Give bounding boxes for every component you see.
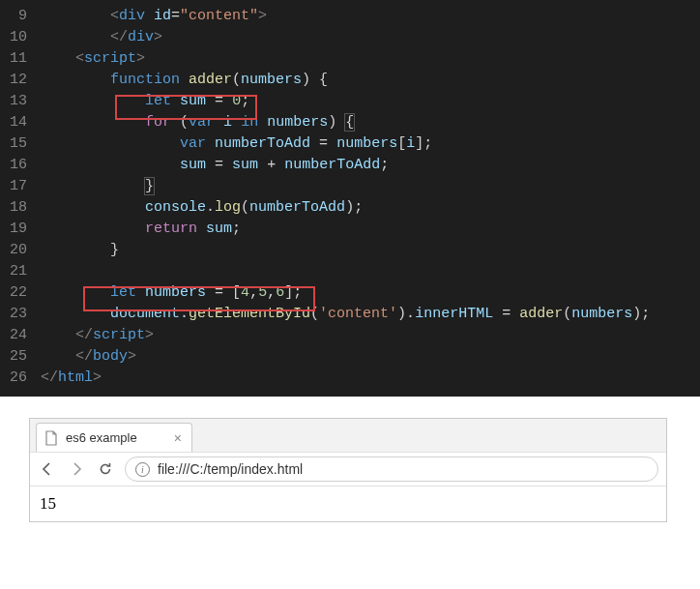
line-number: 14 [0, 112, 41, 133]
code-line[interactable]: 15 var numberToAdd = numbers[i]; [0, 133, 700, 155]
code-content[interactable]: </body> [41, 346, 700, 368]
code-content[interactable]: </script> [41, 325, 700, 346]
line-number: 18 [0, 197, 41, 219]
browser-tabstrip: es6 example × [30, 419, 666, 452]
line-number: 12 [0, 70, 41, 91]
line-number: 17 [0, 176, 41, 197]
line-number: 19 [0, 219, 41, 240]
code-content[interactable]: var numberToAdd = numbers[i]; [41, 133, 700, 155]
line-number: 20 [0, 240, 41, 261]
forward-button[interactable] [67, 459, 86, 479]
tab-title: es6 example [66, 430, 137, 445]
line-number: 9 [0, 6, 41, 27]
code-content[interactable]: return sum; [41, 219, 700, 240]
line-number: 10 [0, 27, 41, 48]
code-line[interactable]: 20 } [0, 240, 700, 261]
code-content[interactable]: </div> [41, 27, 700, 48]
back-button[interactable] [38, 459, 57, 479]
browser-tab[interactable]: es6 example × [36, 423, 192, 452]
code-line[interactable]: 22 let numbers = [4,5,6]; [0, 282, 700, 304]
code-content[interactable]: let numbers = [4,5,6]; [41, 282, 700, 304]
code-line[interactable]: 13 let sum = 0; [0, 91, 700, 112]
page-viewport: 15 [30, 486, 666, 521]
code-line[interactable]: 11 <script> [0, 48, 700, 70]
code-content[interactable]: sum = sum + numberToAdd; [41, 155, 700, 176]
code-content[interactable]: </html> [41, 368, 700, 389]
line-number: 21 [0, 261, 41, 282]
reload-button[interactable] [96, 459, 115, 479]
code-content[interactable]: let sum = 0; [41, 91, 700, 112]
code-content[interactable]: } [41, 176, 700, 197]
code-line[interactable]: 26</html> [0, 368, 700, 389]
url-text: file:///C:/temp/index.html [158, 461, 303, 477]
close-icon[interactable]: × [174, 430, 182, 446]
line-number: 15 [0, 133, 41, 155]
code-line[interactable]: 10 </div> [0, 27, 700, 48]
code-content[interactable] [41, 261, 700, 282]
page-icon [44, 430, 58, 446]
code-line[interactable]: 21 [0, 261, 700, 282]
line-number: 23 [0, 304, 41, 325]
code-content[interactable]: } [41, 240, 700, 261]
site-info-icon[interactable]: i [135, 462, 150, 477]
line-number: 22 [0, 282, 41, 304]
code-line[interactable]: 24 </script> [0, 325, 700, 346]
line-number: 24 [0, 325, 41, 346]
code-line[interactable]: 12 function adder(numbers) { [0, 70, 700, 91]
code-line[interactable]: 25 </body> [0, 346, 700, 368]
browser-window: es6 example × i file:///C:/temp/index.ht… [29, 418, 667, 522]
code-line[interactable]: 23 document.getElementById('content').in… [0, 304, 700, 325]
code-line[interactable]: 19 return sum; [0, 219, 700, 240]
code-content[interactable]: <div id="content"> [41, 6, 700, 27]
code-line[interactable]: 14 for (var i in numbers) { [0, 112, 700, 133]
code-line[interactable]: 18 console.log(numberToAdd); [0, 197, 700, 219]
code-content[interactable]: function adder(numbers) { [41, 70, 700, 91]
code-line[interactable]: 16 sum = sum + numberToAdd; [0, 155, 700, 176]
line-number: 26 [0, 368, 41, 389]
browser-toolbar: i file:///C:/temp/index.html [30, 452, 666, 486]
code-content[interactable]: <script> [41, 48, 700, 70]
code-editor[interactable]: 9 <div id="content">10 </div>11 <script>… [0, 0, 700, 397]
code-content[interactable]: for (var i in numbers) { [41, 112, 700, 133]
line-number: 16 [0, 155, 41, 176]
code-line[interactable]: 17 } [0, 176, 700, 197]
code-content[interactable]: document.getElementById('content').inner… [41, 304, 700, 325]
page-output: 15 [40, 494, 56, 513]
code-line[interactable]: 9 <div id="content"> [0, 6, 700, 27]
line-number: 13 [0, 91, 41, 112]
line-number: 25 [0, 346, 41, 368]
line-number: 11 [0, 48, 41, 70]
code-content[interactable]: console.log(numberToAdd); [41, 197, 700, 219]
address-bar[interactable]: i file:///C:/temp/index.html [125, 456, 658, 482]
